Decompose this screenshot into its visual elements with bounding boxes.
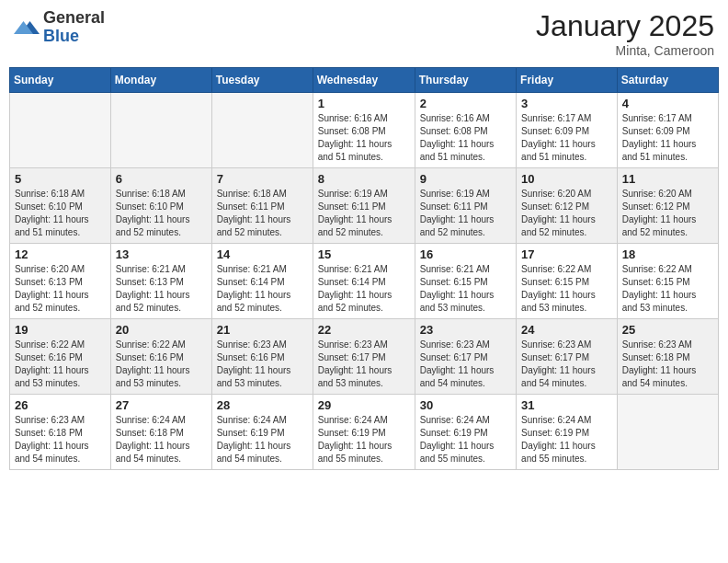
calendar-week-row: 1Sunrise: 6:16 AM Sunset: 6:08 PM Daylig…: [10, 93, 719, 168]
weekday-header-sunday: Sunday: [10, 68, 111, 93]
day-info: Sunrise: 6:19 AM Sunset: 6:11 PM Dayligh…: [420, 188, 511, 239]
logo-icon: [14, 15, 40, 40]
day-number: 15: [318, 247, 410, 261]
day-info: Sunrise: 6:23 AM Sunset: 6:18 PM Dayligh…: [622, 339, 713, 390]
day-info: Sunrise: 6:18 AM Sunset: 6:10 PM Dayligh…: [15, 188, 106, 239]
day-number: 19: [15, 323, 106, 337]
day-info: Sunrise: 6:24 AM Sunset: 6:19 PM Dayligh…: [420, 414, 511, 465]
calendar-cell: 20Sunrise: 6:22 AM Sunset: 6:16 PM Dayli…: [110, 319, 211, 395]
day-info: Sunrise: 6:24 AM Sunset: 6:19 PM Dayligh…: [217, 414, 308, 465]
title-block: January 2025 Minta, Cameroon: [536, 9, 714, 58]
calendar-cell: [211, 93, 313, 168]
day-number: 9: [420, 172, 511, 186]
day-number: 4: [622, 97, 713, 110]
calendar-cell: 30Sunrise: 6:24 AM Sunset: 6:19 PM Dayli…: [415, 395, 516, 470]
day-number: 2: [420, 97, 511, 110]
day-number: 27: [116, 398, 207, 412]
day-info: Sunrise: 6:16 AM Sunset: 6:08 PM Dayligh…: [420, 112, 511, 164]
day-number: 20: [116, 323, 207, 337]
weekday-header-saturday: Saturday: [617, 68, 718, 93]
weekday-header-friday: Friday: [517, 68, 618, 93]
location-label: Minta, Cameroon: [536, 43, 714, 58]
day-info: Sunrise: 6:22 AM Sunset: 6:15 PM Dayligh…: [622, 263, 713, 315]
day-number: 31: [521, 398, 612, 412]
day-info: Sunrise: 6:17 AM Sunset: 6:09 PM Dayligh…: [622, 112, 713, 164]
calendar-cell: 9Sunrise: 6:19 AM Sunset: 6:11 PM Daylig…: [415, 168, 516, 244]
day-number: 8: [318, 172, 410, 186]
day-info: Sunrise: 6:20 AM Sunset: 6:12 PM Dayligh…: [521, 188, 612, 239]
calendar-cell: 3Sunrise: 6:17 AM Sunset: 6:09 PM Daylig…: [517, 93, 618, 168]
day-info: Sunrise: 6:23 AM Sunset: 6:16 PM Dayligh…: [217, 339, 308, 390]
calendar-cell: 25Sunrise: 6:23 AM Sunset: 6:18 PM Dayli…: [617, 319, 718, 395]
calendar-cell: 16Sunrise: 6:21 AM Sunset: 6:15 PM Dayli…: [415, 244, 516, 319]
calendar-cell: 6Sunrise: 6:18 AM Sunset: 6:10 PM Daylig…: [110, 168, 211, 244]
day-info: Sunrise: 6:23 AM Sunset: 6:17 PM Dayligh…: [318, 339, 410, 390]
day-info: Sunrise: 6:23 AM Sunset: 6:17 PM Dayligh…: [521, 339, 612, 390]
day-number: 29: [318, 398, 410, 412]
calendar-cell: 21Sunrise: 6:23 AM Sunset: 6:16 PM Dayli…: [211, 319, 313, 395]
logo-text: General Blue: [43, 9, 105, 46]
weekday-header-monday: Monday: [110, 68, 211, 93]
calendar-week-row: 12Sunrise: 6:20 AM Sunset: 6:13 PM Dayli…: [10, 244, 719, 319]
calendar-cell: 4Sunrise: 6:17 AM Sunset: 6:09 PM Daylig…: [617, 93, 718, 168]
weekday-header-row: SundayMondayTuesdayWednesdayThursdayFrid…: [10, 68, 719, 93]
day-number: 21: [217, 323, 308, 337]
calendar-cell: 1Sunrise: 6:16 AM Sunset: 6:08 PM Daylig…: [313, 93, 415, 168]
day-info: Sunrise: 6:24 AM Sunset: 6:18 PM Dayligh…: [116, 414, 207, 465]
month-title: January 2025: [536, 9, 714, 43]
calendar-week-row: 26Sunrise: 6:23 AM Sunset: 6:18 PM Dayli…: [10, 395, 719, 470]
day-info: Sunrise: 6:22 AM Sunset: 6:15 PM Dayligh…: [521, 263, 612, 315]
calendar-cell: 23Sunrise: 6:23 AM Sunset: 6:17 PM Dayli…: [415, 319, 516, 395]
day-number: 10: [521, 172, 612, 186]
weekday-header-wednesday: Wednesday: [313, 68, 415, 93]
day-number: 22: [318, 323, 410, 337]
calendar-cell: 5Sunrise: 6:18 AM Sunset: 6:10 PM Daylig…: [10, 168, 111, 244]
calendar-cell: 12Sunrise: 6:20 AM Sunset: 6:13 PM Dayli…: [10, 244, 111, 319]
day-number: 23: [420, 323, 511, 337]
day-number: 18: [622, 247, 713, 261]
calendar-cell: 2Sunrise: 6:16 AM Sunset: 6:08 PM Daylig…: [415, 93, 516, 168]
day-number: 24: [521, 323, 612, 337]
day-number: 16: [420, 247, 511, 261]
day-number: 11: [622, 172, 713, 186]
day-info: Sunrise: 6:17 AM Sunset: 6:09 PM Dayligh…: [521, 112, 612, 164]
day-info: Sunrise: 6:21 AM Sunset: 6:14 PM Dayligh…: [217, 263, 308, 315]
calendar-cell: [110, 93, 211, 168]
calendar-cell: 11Sunrise: 6:20 AM Sunset: 6:12 PM Dayli…: [617, 168, 718, 244]
calendar-cell: 22Sunrise: 6:23 AM Sunset: 6:17 PM Dayli…: [313, 319, 415, 395]
calendar-cell: 28Sunrise: 6:24 AM Sunset: 6:19 PM Dayli…: [211, 395, 313, 470]
weekday-header-tuesday: Tuesday: [211, 68, 313, 93]
day-info: Sunrise: 6:20 AM Sunset: 6:12 PM Dayligh…: [622, 188, 713, 239]
day-info: Sunrise: 6:16 AM Sunset: 6:08 PM Dayligh…: [318, 112, 410, 164]
day-info: Sunrise: 6:21 AM Sunset: 6:14 PM Dayligh…: [318, 263, 410, 315]
day-info: Sunrise: 6:23 AM Sunset: 6:18 PM Dayligh…: [15, 414, 106, 465]
calendar-cell: 14Sunrise: 6:21 AM Sunset: 6:14 PM Dayli…: [211, 244, 313, 319]
day-number: 7: [217, 172, 308, 186]
day-info: Sunrise: 6:22 AM Sunset: 6:16 PM Dayligh…: [116, 339, 207, 390]
day-info: Sunrise: 6:24 AM Sunset: 6:19 PM Dayligh…: [521, 414, 612, 465]
day-number: 28: [217, 398, 308, 412]
day-number: 6: [116, 172, 207, 186]
calendar-table: SundayMondayTuesdayWednesdayThursdayFrid…: [9, 67, 719, 470]
calendar-week-row: 19Sunrise: 6:22 AM Sunset: 6:16 PM Dayli…: [10, 319, 719, 395]
calendar-cell: 26Sunrise: 6:23 AM Sunset: 6:18 PM Dayli…: [10, 395, 111, 470]
calendar-week-row: 5Sunrise: 6:18 AM Sunset: 6:10 PM Daylig…: [10, 168, 719, 244]
day-number: 30: [420, 398, 511, 412]
day-number: 26: [15, 398, 106, 412]
day-info: Sunrise: 6:20 AM Sunset: 6:13 PM Dayligh…: [15, 263, 106, 315]
calendar-cell: 29Sunrise: 6:24 AM Sunset: 6:19 PM Dayli…: [313, 395, 415, 470]
calendar-cell: 8Sunrise: 6:19 AM Sunset: 6:11 PM Daylig…: [313, 168, 415, 244]
day-info: Sunrise: 6:23 AM Sunset: 6:17 PM Dayligh…: [420, 339, 511, 390]
calendar-cell: 19Sunrise: 6:22 AM Sunset: 6:16 PM Dayli…: [10, 319, 111, 395]
day-info: Sunrise: 6:21 AM Sunset: 6:13 PM Dayligh…: [116, 263, 207, 315]
calendar-cell: 18Sunrise: 6:22 AM Sunset: 6:15 PM Dayli…: [617, 244, 718, 319]
weekday-header-thursday: Thursday: [415, 68, 516, 93]
logo-blue-label: Blue: [43, 28, 105, 46]
calendar-cell: [10, 93, 111, 168]
day-info: Sunrise: 6:21 AM Sunset: 6:15 PM Dayligh…: [420, 263, 511, 315]
day-number: 5: [15, 172, 106, 186]
day-number: 17: [521, 247, 612, 261]
calendar-cell: [617, 395, 718, 470]
day-info: Sunrise: 6:24 AM Sunset: 6:19 PM Dayligh…: [318, 414, 410, 465]
day-info: Sunrise: 6:18 AM Sunset: 6:11 PM Dayligh…: [217, 188, 308, 239]
